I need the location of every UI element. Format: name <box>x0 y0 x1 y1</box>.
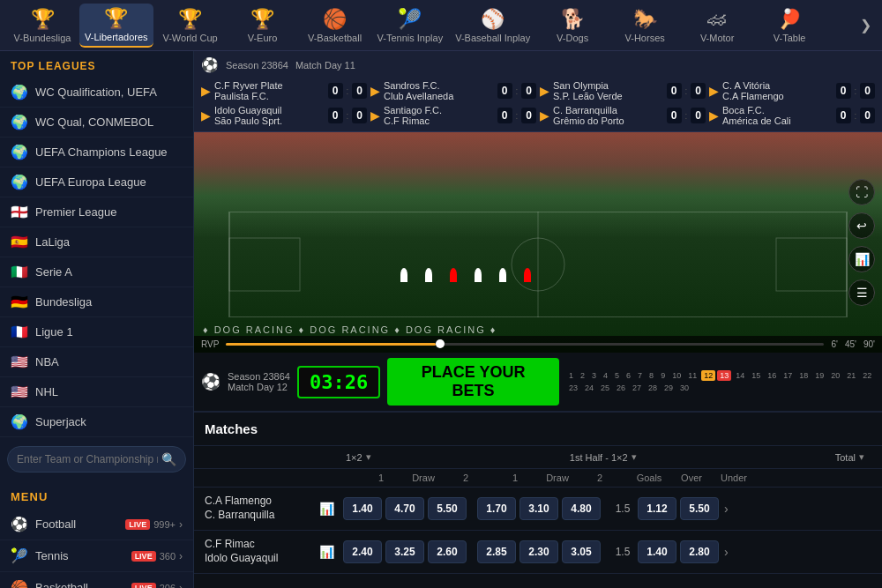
menu-item-tennis[interactable]: 🎾 Tennis LIVE 360 › <box>0 540 193 572</box>
round-num-25[interactable]: 25 <box>598 383 612 393</box>
round-num-22[interactable]: 22 <box>860 370 874 381</box>
round-num-16[interactable]: 16 <box>765 370 779 381</box>
round-num-12[interactable]: 12 <box>701 370 715 381</box>
stats-graph-icon[interactable]: 📊 <box>319 545 334 559</box>
round-num-8[interactable]: 8 <box>647 370 656 381</box>
nav-item-v-bundesliga[interactable]: 🏆V-Bundesliga <box>7 4 78 47</box>
play-button[interactable]: ▶ <box>540 84 549 98</box>
group-arrow-1x2[interactable]: ▾ <box>366 451 371 463</box>
league-item[interactable]: 🌍WC Qual, CONMEBOL <box>0 108 193 138</box>
odds-half-btn-0-1[interactable]: 3.10 <box>519 497 558 520</box>
round-num-24[interactable]: 24 <box>582 383 596 393</box>
odds-btn-0-0[interactable]: 1.40 <box>343 497 382 520</box>
round-num-4[interactable]: 4 <box>601 370 610 381</box>
odds-half-btn-1-0[interactable]: 2.85 <box>477 540 516 563</box>
more-options-icon[interactable]: › <box>724 502 729 516</box>
over-btn-0[interactable]: 1.12 <box>638 497 676 520</box>
nav-item-v-basketball[interactable]: 🏀V-Basketball <box>300 4 370 47</box>
round-num-27[interactable]: 27 <box>630 383 644 393</box>
round-num-13[interactable]: 13 <box>717 370 731 381</box>
round-num-19[interactable]: 19 <box>812 370 826 381</box>
round-num-10[interactable]: 10 <box>669 370 684 381</box>
search-bar[interactable]: 🔍 <box>7 446 186 473</box>
place-bets-button[interactable]: PLACE YOUR BETS <box>387 358 559 406</box>
league-item[interactable]: 🇪🇸LaLiga <box>0 227 193 257</box>
odds-btn-0-2[interactable]: 5.50 <box>428 497 467 520</box>
round-num-1[interactable]: 1 <box>566 370 576 381</box>
league-item[interactable]: 🏴󠁧󠁢󠁥󠁮󠁧󠁿Premier League <box>0 197 193 227</box>
play-button[interactable]: ▶ <box>201 108 211 123</box>
group-arrow-total[interactable]: ▾ <box>859 451 864 463</box>
under-btn-0[interactable]: 5.50 <box>680 497 719 520</box>
league-item[interactable]: 🌍Superjack <box>0 407 193 437</box>
odds-half-btn-0-2[interactable]: 4.80 <box>562 497 601 520</box>
round-num-17[interactable]: 17 <box>781 370 795 381</box>
nav-item-v-world-cup[interactable]: 🏆V-World Cup <box>155 4 226 47</box>
over-btn-1[interactable]: 1.40 <box>638 540 676 563</box>
nav-item-v-euro[interactable]: 🏆V-Euro <box>228 4 298 47</box>
team2-name: Idolo Guayaquil <box>205 552 319 564</box>
nav-item-v-dogs[interactable]: 🐕V-Dogs <box>537 4 608 47</box>
nav-item-v-tennis-inplay[interactable]: 🎾V-Tennis Inplay <box>372 4 449 47</box>
round-num-2[interactable]: 2 <box>578 370 587 381</box>
menu-item-football[interactable]: ⚽ Football LIVE 999+ › <box>0 509 193 540</box>
odds-half-btn-0-0[interactable]: 1.70 <box>477 497 516 520</box>
round-num-18[interactable]: 18 <box>796 370 811 381</box>
menu-item-basketball[interactable]: 🏀 Basketball LIVE 206 › <box>0 572 193 588</box>
play-button[interactable]: ▶ <box>370 108 380 123</box>
timeline-bar[interactable] <box>226 343 824 346</box>
league-item[interactable]: 🇫🇷Ligue 1 <box>0 317 193 347</box>
play-button[interactable]: ▶ <box>540 108 549 123</box>
play-button[interactable]: ▶ <box>370 84 380 98</box>
fullscreen-button[interactable]: ⛶ <box>848 179 875 205</box>
round-num-28[interactable]: 28 <box>646 383 660 393</box>
round-num-5[interactable]: 5 <box>612 370 622 381</box>
league-item[interactable]: 🌍UEFA Europa League <box>0 167 193 197</box>
round-num-9[interactable]: 9 <box>658 370 668 381</box>
league-item[interactable]: 🌍UEFA Champions League <box>0 138 193 167</box>
league-item[interactable]: 🇺🇸NBA <box>0 347 193 377</box>
round-num-20[interactable]: 20 <box>828 370 842 381</box>
nav-item-v-libertadores[interactable]: 🏆V-Libertadores <box>79 4 153 48</box>
odds-btn-0-1[interactable]: 4.70 <box>385 497 424 520</box>
more-options-icon[interactable]: › <box>724 545 729 559</box>
round-num-14[interactable]: 14 <box>733 370 747 381</box>
round-num-30[interactable]: 30 <box>677 383 691 393</box>
group-arrow-1st-half[interactable]: ▾ <box>632 451 637 463</box>
match-bet-teams: C.A Flamengo C. Barranquilla <box>205 495 319 523</box>
search-input[interactable] <box>17 453 158 465</box>
nav-item-v-table[interactable]: 🏓V-Table <box>754 4 825 47</box>
round-num-29[interactable]: 29 <box>662 383 676 393</box>
odds-btn-1-2[interactable]: 2.60 <box>428 540 467 563</box>
round-num-21[interactable]: 21 <box>844 370 858 381</box>
nav-item-v-motor[interactable]: 🏎V-Motor <box>682 4 752 47</box>
odds-btn-1-0[interactable]: 2.40 <box>343 540 382 563</box>
odds-half-btn-1-2[interactable]: 3.05 <box>562 540 601 563</box>
round-num-15[interactable]: 15 <box>749 370 763 381</box>
round-num-23[interactable]: 23 <box>566 383 580 393</box>
play-button[interactable]: ▶ <box>201 84 211 98</box>
play-button[interactable]: ▶ <box>709 108 719 123</box>
round-num-7[interactable]: 7 <box>635 370 645 381</box>
round-num-11[interactable]: 11 <box>685 370 699 381</box>
round-num-6[interactable]: 6 <box>624 370 633 381</box>
stats-button[interactable]: 📊 <box>848 246 875 272</box>
replay-button[interactable]: ↩ <box>848 212 875 239</box>
stats-graph-icon[interactable]: 📊 <box>319 502 334 516</box>
league-item[interactable]: 🇮🇹Serie A <box>0 257 193 287</box>
round-num-26[interactable]: 26 <box>614 383 628 393</box>
nav-item-v-horses[interactable]: 🐎V-Horses <box>609 4 680 47</box>
nav-item-v-baseball-inplay[interactable]: ⚾V-Baseball Inplay <box>450 4 535 47</box>
league-item[interactable]: 🇩🇪Bundesliga <box>0 287 193 317</box>
odds-btn-1-1[interactable]: 3.25 <box>385 540 424 563</box>
branding-text: ♦ DOG RACING ♦ DOG RACING ♦ DOG RACING ♦ <box>203 324 497 335</box>
odds-half-btn-1-1[interactable]: 2.30 <box>519 540 558 563</box>
list-button[interactable]: ☰ <box>848 279 875 306</box>
play-button[interactable]: ▶ <box>709 84 719 98</box>
league-item[interactable]: 🇺🇸NHL <box>0 377 193 407</box>
league-item[interactable]: 🌍WC Qualification, UEFA <box>0 78 193 108</box>
nav-arrow[interactable]: ❯ <box>856 17 875 33</box>
under-btn-1[interactable]: 2.80 <box>680 540 719 563</box>
time-right: 90' <box>863 339 875 349</box>
round-num-3[interactable]: 3 <box>589 370 599 381</box>
